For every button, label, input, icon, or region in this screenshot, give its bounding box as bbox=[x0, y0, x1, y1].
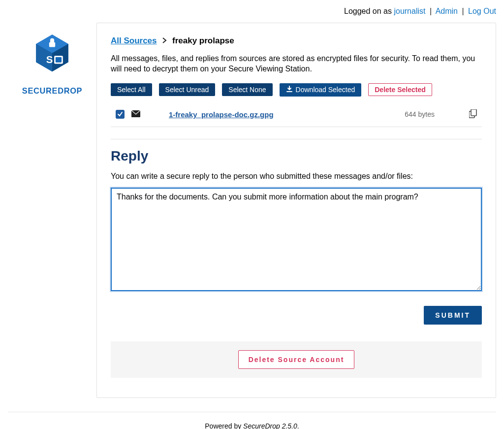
logged-on-prefix: Logged on as bbox=[344, 7, 394, 15]
submit-button[interactable]: SUBMIT bbox=[424, 306, 482, 325]
delete-source-button[interactable]: Delete Source Account bbox=[238, 350, 355, 369]
reply-textarea[interactable] bbox=[111, 188, 482, 291]
delete-selected-button[interactable]: Delete Selected bbox=[368, 83, 432, 96]
logout-link[interactable]: Log Out bbox=[468, 7, 496, 15]
file-size: 644 bytes bbox=[405, 110, 435, 118]
breadcrumb-current: freaky prolapse bbox=[172, 36, 234, 45]
check-icon bbox=[117, 111, 123, 117]
copy-icon[interactable] bbox=[469, 109, 477, 120]
file-name-link[interactable]: 1-freaky_prolapse-doc.gz.gpg bbox=[169, 110, 405, 119]
reply-prompt: You can write a secure reply to the pers… bbox=[111, 172, 482, 181]
username-link[interactable]: journalist bbox=[394, 7, 425, 15]
footer-product: SecureDrop 2.5.0 bbox=[243, 422, 297, 429]
mail-icon bbox=[131, 110, 140, 119]
submit-row: SUBMIT bbox=[111, 306, 482, 325]
footer-prefix: Powered by bbox=[205, 422, 243, 429]
reply-heading: Reply bbox=[111, 148, 482, 164]
chevron-right-icon bbox=[162, 36, 167, 46]
svg-text:SECUREDROP: SECUREDROP bbox=[22, 86, 82, 95]
download-selected-button[interactable]: Download Selected bbox=[280, 83, 362, 97]
securedrop-logo-icon: S SECUREDROP bbox=[15, 30, 89, 103]
download-selected-label: Download Selected bbox=[296, 86, 355, 94]
svg-rect-7 bbox=[56, 57, 62, 63]
footer: Powered by SecureDrop 2.5.0. bbox=[0, 412, 504, 429]
svg-rect-4 bbox=[49, 42, 55, 47]
breadcrumb-root-link[interactable]: All Sources bbox=[111, 36, 157, 45]
intro-text: All messages, files, and replies from so… bbox=[111, 53, 482, 74]
divider bbox=[111, 139, 482, 139]
svg-rect-11 bbox=[471, 109, 476, 116]
delete-source-section: Delete Source Account bbox=[111, 341, 482, 378]
separator: | bbox=[430, 7, 432, 15]
select-none-button[interactable]: Select None bbox=[222, 83, 272, 96]
select-all-button[interactable]: Select All bbox=[111, 83, 152, 96]
footer-suffix: . bbox=[297, 422, 299, 429]
separator: | bbox=[462, 7, 464, 15]
breadcrumb: All Sources freaky prolapse bbox=[111, 36, 482, 46]
topbar: Logged on as journalist | Admin | Log Ou… bbox=[0, 0, 504, 23]
brand-logo: S SECUREDROP bbox=[8, 23, 96, 105]
download-icon bbox=[286, 86, 293, 94]
svg-text:S: S bbox=[46, 54, 53, 65]
main-panel: All Sources freaky prolapse All messages… bbox=[96, 23, 496, 398]
file-checkbox[interactable] bbox=[116, 110, 125, 119]
select-unread-button[interactable]: Select Unread bbox=[159, 83, 216, 96]
file-row: 1-freaky_prolapse-doc.gz.gpg 644 bytes bbox=[111, 102, 482, 127]
admin-link[interactable]: Admin bbox=[436, 7, 458, 15]
selection-toolbar: Select All Select Unread Select None Dow… bbox=[111, 83, 482, 97]
